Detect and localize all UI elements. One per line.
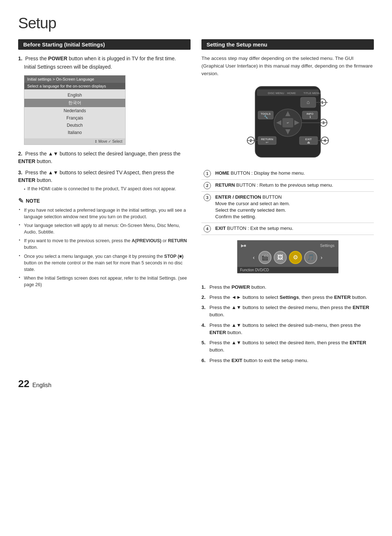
legend-row-2: 2 RETURN BUTTON : Return to the previous… <box>201 179 374 191</box>
icon-row: ‹ 🎬 🖼 ⚙ 🎵 › <box>241 251 335 264</box>
page-title: Setup <box>18 15 374 32</box>
left-arrow: ‹ <box>252 255 256 260</box>
note-label: NOTE <box>26 198 40 204</box>
svg-text:⏏: ⏏ <box>307 141 310 144</box>
settings-screen-inner: ▶■ Settings ‹ 🎬 🖼 ⚙ 🎵 › <box>237 240 338 267</box>
legend-table: 1 HOME BUTTON : Display the home menu. 2… <box>201 168 374 235</box>
note-item-2: Your language selection will apply to al… <box>18 222 191 235</box>
lang-french: Français <box>24 114 125 122</box>
svg-text:3: 3 <box>322 121 324 125</box>
initial-settings-screen: Initial settings > On-Screen Language Se… <box>24 75 126 145</box>
setup-step-5: 5. Press the ▲▼ buttons to select the de… <box>201 339 374 354</box>
svg-text:TITLE MENU: TITLE MENU <box>303 92 321 95</box>
step-3-num: 3. <box>18 170 23 175</box>
svg-text:↵: ↵ <box>286 121 289 125</box>
svg-text:DISC MENU: DISC MENU <box>268 92 284 95</box>
svg-text:2: 2 <box>250 139 252 143</box>
legend-num-1: 1 <box>201 168 213 180</box>
intro-text: The access step may differ depending on … <box>201 55 374 78</box>
main-content: Before Starting (Initial Settings) 1. Pr… <box>18 39 374 367</box>
setup-step-2: 2. Press the ◄► buttons to select Settin… <box>201 294 374 301</box>
page-number-area: 22 English <box>18 378 374 390</box>
icon-settings-active: ⚙ <box>289 251 302 264</box>
step-1-bold: POWER <box>48 56 68 61</box>
note-header: ✎ NOTE <box>18 197 191 205</box>
svg-text:1: 1 <box>321 101 323 105</box>
setup-steps-list: 1. Press the POWER button. 2. Press the … <box>201 284 374 364</box>
legend-desc-2: RETURN BUTTON : Return to the previous s… <box>213 179 374 191</box>
lang-korean: 한국어 <box>24 99 125 107</box>
step-1: 1. Press the POWER button when it is plu… <box>18 55 191 71</box>
settings-label: Settings <box>320 243 335 248</box>
settings-screen: ▶■ Settings ‹ 🎬 🖼 ⚙ 🎵 › Function DVD/CD <box>237 240 339 273</box>
step-3-sub: ▪ If the HDMI cable is connected to the … <box>18 186 191 192</box>
legend-num-3: 3 <box>201 191 213 223</box>
svg-text:4: 4 <box>324 139 326 143</box>
icon-media: 🎬 <box>258 251 271 264</box>
step-2-num: 2. <box>18 151 23 157</box>
circle-1: 1 <box>204 170 211 177</box>
note-section: ✎ NOTE If you have not selected a prefer… <box>18 197 191 288</box>
legend-desc-1: HOME BUTTON : Display the home menu. <box>213 168 374 180</box>
step-2: 2. Press the ▲▼ buttons to select the de… <box>18 150 191 165</box>
note-item-3: If you want to move to the previous scre… <box>18 237 191 251</box>
note-list: If you have not selected a preferred lan… <box>18 207 191 288</box>
setup-step-1: 1. Press the POWER button. <box>201 284 374 291</box>
settings-footer: Function DVD/CD <box>237 267 338 273</box>
lang-english: English <box>24 92 125 99</box>
svg-text:↩: ↩ <box>266 141 269 144</box>
step-1-num: 1. <box>18 56 23 61</box>
legend-num-4: 4 <box>201 223 213 235</box>
step-3-bold: ENTER <box>18 177 35 183</box>
lang-dutch: Nederlands <box>24 107 125 114</box>
right-section-header: Setting the Setup menu <box>201 39 374 50</box>
circle-2: 2 <box>204 182 211 189</box>
svg-text:🔧: 🔧 <box>264 115 268 119</box>
legend-desc-4: EXIT BUTTON : Exit the setup menu. <box>213 223 374 235</box>
icon-photo: 🖼 <box>274 251 287 264</box>
note-item-5: When the Initial Settings screen does no… <box>18 275 191 288</box>
right-column: Setting the Setup menu The access step m… <box>201 39 374 367</box>
setup-step-3: 3. Press the ▲▼ buttons to select the de… <box>201 304 374 319</box>
note-item-1: If you have not selected a preferred lan… <box>18 207 191 220</box>
note-icon: ✎ <box>18 197 24 205</box>
circle-3: 3 <box>204 194 211 201</box>
screen-footer: ⇕ Move ✓ Select <box>24 138 125 145</box>
setup-step-6: 6. Press the EXIT button to exit the set… <box>201 357 374 364</box>
remote-svg: DISC MENU HOME TITLE MENU ⌂ 1 <box>233 83 342 163</box>
step-2-text: Press the ▲▼ buttons to select the desir… <box>18 151 180 164</box>
screen-title: Initial settings > On-Screen Language <box>24 76 125 83</box>
remote-illustration: DISC MENU HOME TITLE MENU ⌂ 1 <box>201 83 374 163</box>
step-2-bold: ENTER <box>18 158 35 164</box>
svg-text:HOME: HOME <box>287 92 296 95</box>
legend-row-1: 1 HOME BUTTON : Display the home menu. <box>201 168 374 180</box>
circle-4: 4 <box>204 225 211 232</box>
legend-desc-3: ENTER / DIRECTION BUTTON Move the cursor… <box>213 191 374 223</box>
legend-num-2: 2 <box>201 179 213 191</box>
icon-music: 🎵 <box>304 251 317 264</box>
step-1-sub: Initial Settings screen will be displaye… <box>18 63 191 71</box>
screen-subtitle: Select a language for the on-screen disp… <box>24 83 125 89</box>
language-list: English 한국어 Nederlands Français Deutsch … <box>24 89 125 138</box>
step-1-text: Press the POWER button when it is plugge… <box>25 56 176 61</box>
lang-german: Deutsch <box>24 122 125 129</box>
step-3: 3. Press the ▲▼ buttons to select desire… <box>18 169 191 192</box>
legend-row-4: 4 EXIT BUTTON : Exit the setup menu. <box>201 223 374 235</box>
left-section-header: Before Starting (Initial Settings) <box>18 39 191 50</box>
left-column: Before Starting (Initial Settings) 1. Pr… <box>18 39 191 367</box>
legend-row-3: 3 ENTER / DIRECTION BUTTON Move the curs… <box>201 191 374 223</box>
lang-italian: Italiano <box>24 129 125 136</box>
page-language: English <box>32 382 51 389</box>
step-3-text: Press the ▲▼ buttons to select desired T… <box>18 170 174 183</box>
setup-step-4: 4. Press the ▲▼ buttons to select the de… <box>201 322 374 337</box>
note-item-4: Once you select a menu language, you can… <box>18 253 191 273</box>
page-number: 22 <box>18 378 29 390</box>
svg-text:⌂: ⌂ <box>306 99 309 105</box>
right-arrow: › <box>319 255 324 260</box>
